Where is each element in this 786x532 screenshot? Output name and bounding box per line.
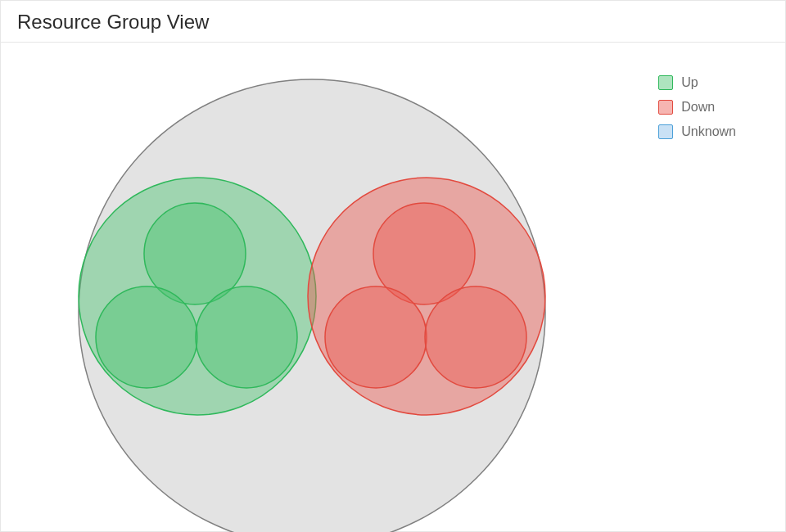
legend-label-down: Down [681,100,715,115]
legend-label-unknown: Unknown [681,124,736,139]
legend-swatch-unknown [658,124,673,139]
legend-swatch-up [658,75,673,90]
legend-label-up: Up [681,75,698,90]
legend-swatch-down [658,100,673,115]
circle-pack-chart[interactable] [1,43,623,532]
widget-container: Resource Group View Up Down Unknown [0,0,786,532]
page-title: Resource Group View [17,11,769,34]
legend-item-up[interactable]: Up [658,75,736,90]
resource-down-2[interactable] [425,286,526,388]
resource-up-1[interactable] [96,286,197,388]
resource-up-2[interactable] [196,286,297,388]
chart-area: Up Down Unknown [1,43,785,525]
resource-down-1[interactable] [325,286,427,388]
title-bar: Resource Group View [1,1,785,43]
legend-item-down[interactable]: Down [658,100,736,115]
legend-item-unknown[interactable]: Unknown [658,124,736,139]
legend: Up Down Unknown [658,75,736,139]
